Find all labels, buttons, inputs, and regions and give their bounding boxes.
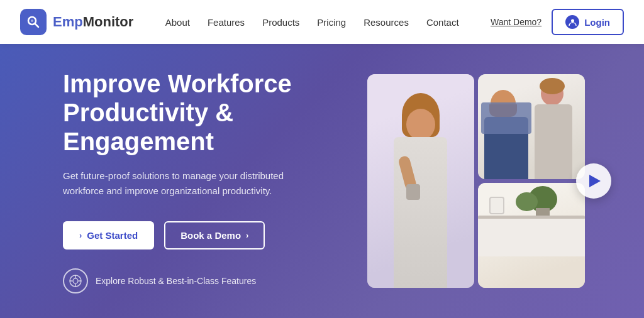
- login-button[interactable]: Login: [552, 9, 624, 35]
- logo-text: EmpMonitor: [53, 14, 133, 30]
- header: EmpMonitor About Features Products Prici…: [0, 0, 644, 44]
- hero-images: [367, 74, 594, 288]
- book-demo-button[interactable]: Book a Demo ›: [164, 221, 265, 249]
- nav-products[interactable]: Products: [262, 17, 299, 28]
- nav-resources[interactable]: Resources: [364, 17, 409, 28]
- person-icon: [565, 15, 579, 29]
- chevron-icon: ›: [79, 231, 82, 240]
- logo[interactable]: EmpMonitor: [20, 9, 133, 35]
- hero-image-left: [367, 74, 474, 288]
- hero-content: Improve Workforce Productivity & Engagem…: [63, 69, 342, 293]
- hero-subtitle: Get future-proof solutions to manage you…: [63, 168, 302, 199]
- play-button[interactable]: [576, 163, 611, 199]
- hero-title: Improve Workforce Productivity & Engagem…: [63, 69, 342, 156]
- svg-point-2: [31, 19, 33, 22]
- hero-buttons: › Get Started Book a Demo ›: [63, 221, 342, 249]
- chevron-right-icon: ›: [246, 231, 248, 240]
- main-nav: About Features Products Pricing Resource…: [165, 17, 459, 28]
- want-demo-link[interactable]: Want Demo?: [491, 17, 541, 27]
- hero-image-right-top: [478, 74, 585, 179]
- get-started-button[interactable]: › Get Started: [63, 221, 154, 249]
- hero-section: Improve Workforce Productivity & Engagem…: [0, 44, 644, 318]
- logo-icon: [20, 9, 47, 35]
- nav-features[interactable]: Features: [208, 17, 245, 28]
- nav-pricing[interactable]: Pricing: [317, 17, 346, 28]
- play-icon: [589, 175, 601, 187]
- hero-image-right-bottom: [478, 183, 585, 288]
- svg-point-3: [571, 19, 574, 22]
- explore-text: Explore Robust & Best-in-Class Features: [96, 276, 256, 286]
- features-icon: [63, 268, 88, 293]
- explore-features[interactable]: Explore Robust & Best-in-Class Features: [63, 268, 342, 293]
- header-right: Want Demo? Login: [491, 9, 624, 35]
- svg-point-5: [73, 278, 78, 283]
- nav-contact[interactable]: Contact: [426, 17, 459, 28]
- svg-line-1: [35, 24, 39, 28]
- nav-about[interactable]: About: [165, 17, 190, 28]
